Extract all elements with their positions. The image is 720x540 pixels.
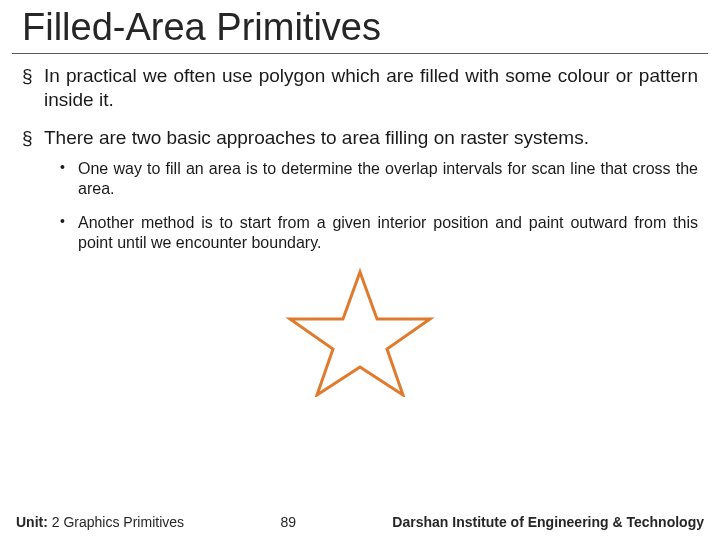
sub-bullet-item: One way to fill an area is to determine … [44,159,698,199]
figure-star [22,267,698,401]
star-icon [285,267,435,397]
bullet-text: In practical we often use polygon which … [44,65,698,110]
slide: Filled-Area Primitives In practical we o… [0,0,720,540]
footer-org-text: Darshan Institute of Engineering & Techn… [392,514,704,530]
footer-org: Darshan Institute of Engineering & Techn… [392,514,704,530]
svg-marker-0 [290,272,430,395]
slide-title: Filled-Area Primitives [0,0,720,53]
footer-unit-label: Unit: [16,514,48,530]
footer-page: 89 [280,514,296,530]
sub-bullet-list: One way to fill an area is to determine … [44,159,698,253]
slide-content: In practical we often use polygon which … [0,64,720,540]
footer-unit: Unit: 2 Graphics Primitives [16,514,184,530]
footer: Unit: 2 Graphics Primitives 89 Darshan I… [0,514,720,530]
bullet-text: There are two basic approaches to area f… [44,127,589,148]
bullet-list: In practical we often use polygon which … [22,64,698,253]
footer-unit-value: 2 Graphics Primitives [52,514,184,530]
title-rule [12,53,708,54]
bullet-item: There are two basic approaches to area f… [22,126,698,254]
bullet-item: In practical we often use polygon which … [22,64,698,112]
sub-bullet-item: Another method is to start from a given … [44,213,698,253]
